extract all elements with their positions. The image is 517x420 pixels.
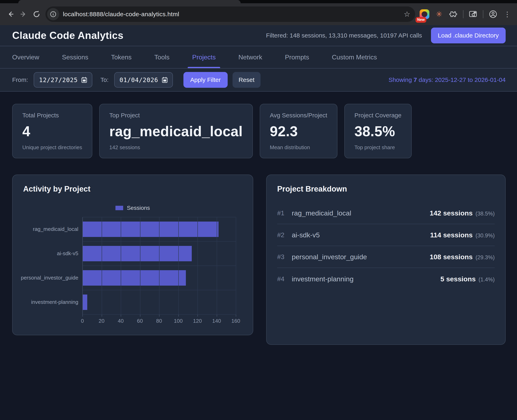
stat-card: Total Projects 4 Unique project director… [12, 104, 92, 158]
chart-legend: Sessions [23, 205, 242, 211]
chart-title: Activity by Project [23, 185, 242, 193]
x-tick-mark [82, 315, 83, 317]
gridline [82, 217, 83, 315]
calendar-icon [162, 77, 168, 83]
browser-menu-icon[interactable]: ⋮ [502, 8, 513, 20]
profile-avatar-icon[interactable] [487, 8, 499, 20]
to-date-input[interactable]: 01/04/2026 [114, 72, 173, 88]
x-tick-mark [140, 315, 140, 317]
breakdown-title: Project Breakdown [277, 185, 495, 193]
active-browser-tab[interactable] [18, 0, 241, 3]
stat-card: Avg Sessions/Project 92.3 Mean distribut… [260, 104, 337, 158]
tab-bar: OverviewSessionsTokensToolsProjectsNetwo… [0, 46, 517, 68]
sessions-bar [82, 246, 192, 261]
tab-prompts[interactable]: Prompts [285, 46, 309, 68]
stat-card: Top Project rag_medicaid_local 142 sessi… [99, 104, 253, 158]
x-tick-mark [102, 315, 102, 317]
breakdown-percent: (38.5%) [475, 211, 495, 217]
filtered-summary: Filtered: 148 sessions, 13,310 messages,… [266, 32, 422, 39]
stat-subtitle: Unique project directories [22, 144, 82, 151]
reset-button[interactable]: Reset [232, 72, 261, 88]
breakdown-percent: (30.9%) [475, 232, 495, 239]
breakdown-row: #2 ai-sdk-v5 114 sessions (30.9%) [277, 224, 495, 246]
gridline [121, 217, 121, 315]
sessions-bar [82, 222, 218, 237]
claude-extension-icon[interactable]: ✳ [433, 8, 445, 20]
browser-tab-strip [0, 0, 517, 3]
tab-network[interactable]: Network [239, 46, 262, 68]
breakdown-sessions: 108 sessions [430, 253, 473, 261]
side-panel-search-icon[interactable] [468, 8, 479, 20]
category-axis-labels: rag_medicaid_localai-sdk-v5personal_inve… [23, 217, 82, 325]
stat-subtitle: 142 sessions [109, 144, 243, 151]
breakdown-list: #1 rag_medicaid_local 142 sessions (38.5… [277, 202, 495, 290]
gridline [159, 217, 160, 315]
plot-area [82, 217, 236, 315]
forward-icon[interactable] [17, 8, 30, 21]
breakdown-project-name: investment-planning [292, 275, 354, 283]
gridline [236, 217, 236, 315]
category-label: personal_investor_guide [23, 266, 82, 290]
gridline [102, 217, 102, 315]
tab-tools[interactable]: Tools [154, 46, 170, 68]
breakdown-percent: (29.3%) [475, 254, 495, 261]
x-tick-mark [121, 315, 121, 317]
stat-value: 92.3 [270, 123, 327, 139]
x-tick-label: 140 [212, 318, 221, 324]
stat-subtitle: Top project share [355, 144, 401, 151]
tab-tokens[interactable]: Tokens [111, 46, 131, 68]
x-tick-label: 100 [174, 318, 183, 324]
breakdown-rank: #4 [277, 275, 292, 283]
x-tick-label: 60 [137, 318, 143, 324]
stat-label: Avg Sessions/Project [270, 112, 327, 119]
site-info-icon[interactable] [47, 8, 59, 20]
x-tick-mark [178, 315, 179, 317]
url-text[interactable]: localhost:8888/claude-code-analytics.htm… [63, 11, 401, 18]
category-label: rag_medicaid_local [23, 217, 82, 241]
stat-label: Total Projects [22, 112, 82, 119]
extensions-puzzle-icon[interactable] [448, 8, 459, 20]
stat-value: rag_medicaid_local [109, 123, 243, 139]
apply-filter-button[interactable]: Apply Filter [183, 72, 228, 88]
gridline [217, 217, 217, 315]
calendar-icon [81, 77, 87, 83]
toolbar-divider [483, 10, 483, 18]
page-title: Claude Code Analytics [12, 30, 123, 41]
tab-custom-metrics[interactable]: Custom Metrics [332, 46, 377, 68]
new-badge: New [416, 17, 426, 23]
breakdown-rank: #3 [277, 253, 292, 261]
x-tick-label: 120 [193, 318, 202, 324]
tab-sessions[interactable]: Sessions [62, 46, 88, 68]
breakdown-rank: #2 [277, 231, 292, 239]
category-label: ai-sdk-v5 [23, 241, 82, 266]
tab-projects[interactable]: Projects [192, 46, 216, 68]
breakdown-rank: #1 [277, 209, 292, 217]
x-tick-label: 80 [156, 318, 162, 324]
main-content: Total Projects 4 Unique project director… [0, 92, 517, 361]
tab-overview[interactable]: Overview [12, 46, 39, 68]
bookmark-star-icon[interactable]: ☆ [404, 10, 410, 18]
breakdown-sessions: 114 sessions [430, 231, 473, 239]
header-right: Filtered: 148 sessions, 13,310 messages,… [266, 28, 506, 43]
extension-colorful-icon[interactable]: New [418, 8, 431, 20]
stat-cards-row: Total Projects 4 Unique project director… [12, 104, 506, 158]
back-icon[interactable] [4, 8, 17, 21]
breakdown-sessions: 5 sessions [440, 275, 476, 283]
breakdown-sessions: 142 sessions [430, 209, 473, 217]
category-label: investment-planning [23, 290, 82, 314]
panels-row: Activity by Project Sessions rag_medicai… [12, 174, 506, 345]
x-tick-mark [236, 315, 236, 317]
stat-value: 38.5% [355, 123, 401, 139]
to-label: To: [100, 76, 108, 83]
x-tick-label: 20 [99, 318, 105, 324]
gridline [140, 217, 140, 315]
gridline [197, 217, 198, 315]
x-tick-mark [159, 315, 160, 317]
url-bar[interactable]: localhost:8888/claude-code-analytics.htm… [46, 7, 415, 22]
breakdown-row: #4 investment-planning 5 sessions (1.4%) [277, 268, 495, 290]
breakdown-project-name: personal_investor_guide [292, 253, 367, 261]
reload-icon[interactable] [30, 8, 43, 21]
browser-chrome: localhost:8888/claude-code-analytics.htm… [0, 0, 517, 25]
from-date-input[interactable]: 12/27/2025 [34, 72, 92, 88]
load-claude-directory-button[interactable]: Load .claude Directory [431, 28, 506, 43]
